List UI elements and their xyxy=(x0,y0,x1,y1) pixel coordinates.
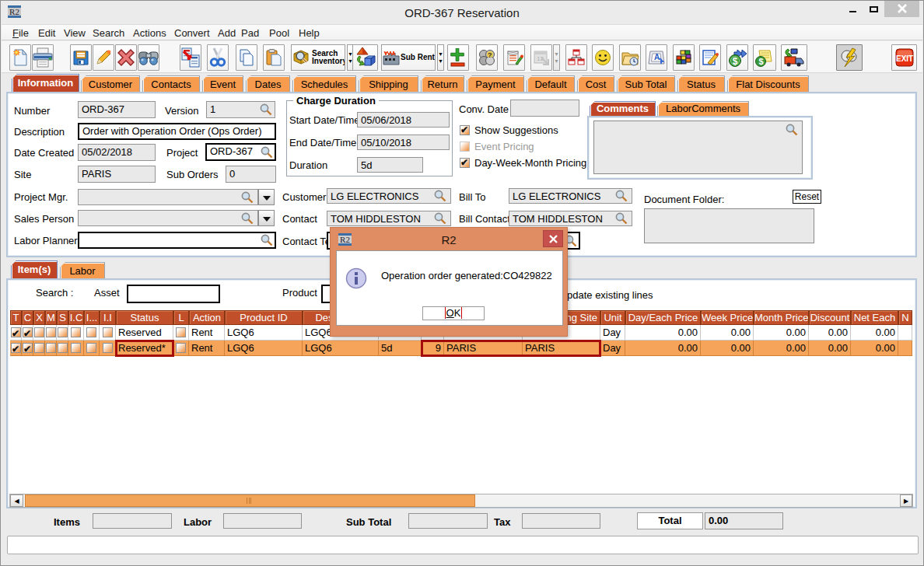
svg-text:EXIT: EXIT xyxy=(896,54,913,63)
svg-text:$: $ xyxy=(733,56,738,67)
svg-text:$: $ xyxy=(759,57,764,66)
svg-text:A: A xyxy=(654,53,660,61)
svg-text:?: ? xyxy=(488,51,492,59)
